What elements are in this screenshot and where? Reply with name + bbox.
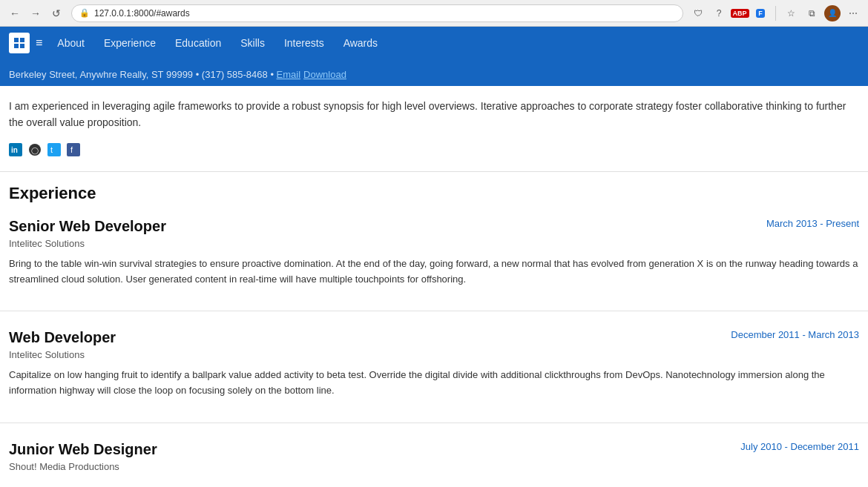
- back-button[interactable]: ←: [6, 4, 24, 22]
- nav-awards[interactable]: Awards: [335, 33, 387, 53]
- svg-rect-1: [20, 38, 24, 42]
- exp-date-2: December 2011 - March 2013: [731, 329, 859, 340]
- profile-button[interactable]: 👤: [823, 4, 841, 22]
- download-link[interactable]: Download: [303, 69, 346, 80]
- exp-header-2: Web Developer December 2011 - March 2013: [9, 329, 859, 346]
- page-content: I am experienced in leveraging agile fra…: [0, 86, 868, 487]
- exp-company-3: Shout! Media Productions: [9, 461, 859, 472]
- separator: [775, 6, 776, 21]
- forward-button[interactable]: →: [27, 4, 45, 22]
- exp-company-1: Intelitec Solutions: [9, 238, 859, 249]
- url-text: 127.0.0.1:8000/#awards: [94, 8, 190, 19]
- exp-divider-2: [0, 423, 868, 423]
- twitter-icon[interactable]: t: [47, 143, 61, 156]
- collections-icon[interactable]: ⧉: [803, 4, 821, 22]
- nav-links: About Experience Education Skills Intere…: [48, 33, 387, 53]
- exp-header-1: Senior Web Developer March 2013 - Presen…: [9, 218, 859, 235]
- experience-item-2: Web Developer December 2011 - March 2013…: [9, 329, 859, 399]
- experience-item-3: Junior Web Designer July 2010 - December…: [9, 441, 859, 472]
- exp-desc-2: Capitalize on low hanging fruit to ident…: [9, 368, 859, 399]
- linkedin-icon[interactable]: in: [9, 143, 22, 156]
- github-icon[interactable]: ◯: [28, 143, 42, 156]
- browser-chrome: ← → ↺ 🔒 127.0.0.1:8000/#awards 🛡 ? ABP F…: [0, 0, 868, 27]
- exp-desc-1: Bring to the table win-win survival stra…: [9, 256, 859, 288]
- exp-date-3: July 2010 - December 2011: [740, 441, 859, 452]
- exp-header-3: Junior Web Designer July 2010 - December…: [9, 441, 859, 458]
- browser-actions: 🛡 ? ABP F ☆ ⧉ 👤 ⋯: [689, 4, 862, 22]
- ext-abp[interactable]: ABP: [731, 4, 749, 22]
- svg-text:t: t: [50, 145, 53, 154]
- brand-logo: [9, 33, 30, 53]
- exp-divider-1: [0, 311, 868, 311]
- more-button[interactable]: ⋯: [844, 4, 862, 22]
- navbar-toggle-button[interactable]: ≡: [36, 36, 42, 50]
- nav-buttons: ← → ↺: [6, 4, 65, 22]
- address-bar[interactable]: 🔒 127.0.0.1:8000/#awards: [71, 4, 683, 22]
- svg-rect-0: [14, 38, 19, 42]
- exp-title-3: Junior Web Designer: [9, 441, 157, 458]
- svg-rect-10: [67, 143, 80, 156]
- favorites-icon[interactable]: ☆: [782, 4, 800, 22]
- lock-icon: 🔒: [79, 8, 90, 18]
- exp-title-2: Web Developer: [9, 329, 116, 346]
- nav-interests[interactable]: Interests: [275, 33, 333, 53]
- svg-rect-8: [47, 143, 61, 156]
- svg-rect-2: [14, 44, 19, 48]
- refresh-button[interactable]: ↺: [47, 4, 65, 22]
- svg-text:◯: ◯: [31, 147, 39, 155]
- shield-icon[interactable]: 🛡: [689, 4, 707, 22]
- nav-about[interactable]: About: [48, 33, 93, 53]
- facebook-icon[interactable]: f: [67, 143, 80, 156]
- svg-rect-3: [20, 44, 24, 48]
- ext-f[interactable]: F: [752, 4, 769, 22]
- brand-icon: [13, 37, 25, 49]
- nav-education[interactable]: Education: [166, 33, 230, 53]
- profile-avatar: 👤: [824, 5, 841, 21]
- bio-text: I am experienced in leveraging agile fra…: [9, 98, 859, 131]
- social-icons: in ◯ t f: [9, 143, 859, 156]
- svg-text:in: in: [11, 146, 18, 154]
- experience-section-title: Experience: [9, 184, 859, 203]
- navbar: ≡ About Experience Education Skills Inte…: [0, 27, 868, 59]
- exp-date-1: March 2013 - Present: [766, 218, 859, 229]
- contact-text: Berkeley Street, Anywhre Really, ST 9999…: [9, 69, 274, 80]
- nav-skills[interactable]: Skills: [231, 33, 274, 53]
- email-link[interactable]: Email: [277, 69, 301, 80]
- section-divider-top: [0, 171, 868, 172]
- help-icon[interactable]: ?: [710, 4, 728, 22]
- exp-title-1: Senior Web Developer: [9, 218, 166, 235]
- experience-item-1: Senior Web Developer March 2013 - Presen…: [9, 218, 859, 288]
- partial-header: Berkeley Street, Anywhre Really, ST 9999…: [0, 59, 868, 86]
- exp-company-2: Intelitec Solutions: [9, 349, 859, 360]
- nav-experience[interactable]: Experience: [95, 33, 165, 53]
